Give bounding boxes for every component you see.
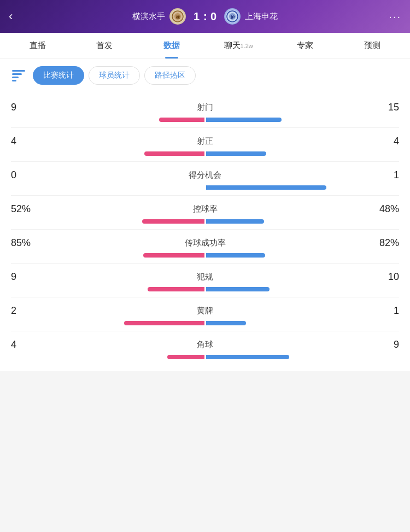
bar-right-wrap-3 [206,219,400,224]
match-info: 横滨水手 横 1：0 沪 上海申花 [26,8,384,25]
stat-row: 4 角球 9 [11,331,399,365]
stat-left-val-7: 4 [11,339,38,350]
tab-chat[interactable]: 聊天 1.2w [205,33,272,59]
filter-match-stats[interactable]: 比赛统计 [33,66,84,85]
tab-live[interactable]: 直播 [4,33,71,59]
bar-left-4 [143,253,204,258]
stat-header-6: 2 黄牌 1 [11,305,399,317]
home-team-logo: 横 [169,8,186,25]
stat-left-val-3: 52% [11,203,38,215]
stat-label-4: 传球成功率 [185,238,226,248]
chat-count: 1.2w [241,43,253,49]
more-button[interactable]: ··· [384,10,401,23]
tab-stats[interactable]: 数据 [138,33,205,59]
stat-right-val-1: 4 [372,136,399,147]
bar-left-wrap-0 [11,118,204,122]
bar-left-wrap-2 [11,185,204,190]
stat-right-val-4: 82% [372,237,399,249]
away-team-name: 上海申花 [245,11,278,22]
stat-bars-4 [11,253,399,258]
tab-predict[interactable]: 预测 [339,33,406,59]
away-team-logo: 沪 [224,8,241,25]
stat-row: 9 犯规 10 [11,264,399,297]
stat-label-2: 得分机会 [189,170,221,180]
svg-text:横: 横 [175,15,180,20]
bar-left-7 [167,355,204,359]
stat-row: 0 得分机会 1 [11,162,399,196]
bar-left-6 [124,321,204,325]
stat-left-val-6: 2 [11,305,38,317]
stat-header-0: 9 射门 15 [11,102,399,113]
back-button[interactable]: ‹ [9,9,26,24]
stat-bars-3 [11,219,399,224]
bar-left-1 [144,151,204,156]
stat-header-1: 4 射正 4 [11,136,399,147]
stat-header-2: 0 得分机会 1 [11,169,399,181]
filter-icon-btn[interactable] [9,66,28,85]
svg-rect-8 [12,77,19,78]
stat-label-3: 控球率 [193,204,218,214]
stat-bars-1 [11,151,399,156]
stat-left-val-1: 4 [11,136,38,147]
bar-left-wrap-5 [11,287,204,291]
bar-right-2 [206,185,326,190]
bar-right-3 [206,219,264,224]
stat-bars-2 [11,185,399,190]
bar-left-wrap-4 [11,253,204,258]
bar-right-wrap-2 [206,185,400,190]
tab-lineup[interactable]: 首发 [71,33,138,59]
stat-header-4: 85% 传球成功率 82% [11,237,399,249]
bar-left-3 [142,219,204,224]
stat-bars-5 [11,287,399,291]
svg-rect-9 [12,80,16,81]
stat-left-val-4: 85% [11,237,38,249]
bar-right-wrap-4 [206,253,400,258]
stat-label-7: 角球 [197,340,213,350]
bar-right-wrap-1 [206,151,400,156]
home-team-name: 横滨水手 [132,11,165,22]
bar-right-6 [206,321,246,325]
stat-right-val-3: 48% [372,203,399,215]
bar-right-wrap-7 [206,355,400,359]
stat-row: 2 黄牌 1 [11,297,399,331]
stat-label-1: 射正 [197,136,213,147]
content-area: 比赛统计 球员统计 路径热区 9 射门 15 4 射正 4 [0,59,410,371]
bar-right-0 [206,118,282,122]
stat-right-val-0: 15 [372,102,399,113]
filter-tabs: 比赛统计 球员统计 路径热区 [9,66,401,85]
filter-player-stats[interactable]: 球员统计 [89,66,140,85]
bar-left-wrap-3 [11,219,204,224]
match-score: 1：0 [190,9,220,24]
bar-right-5 [206,287,270,291]
stat-header-5: 9 犯规 10 [11,271,399,283]
stat-left-val-0: 9 [11,102,38,113]
stat-label-0: 射门 [197,102,213,113]
stat-right-val-5: 10 [372,271,399,283]
bar-left-wrap-6 [11,321,204,325]
svg-rect-6 [12,70,25,72]
svg-rect-7 [12,73,22,75]
bar-right-wrap-0 [206,118,400,122]
bar-right-7 [206,355,289,359]
stat-right-val-6: 1 [372,305,399,317]
stat-left-val-2: 0 [11,169,38,181]
stat-left-val-5: 9 [11,271,38,283]
stat-right-val-7: 9 [372,339,399,350]
bar-right-1 [206,151,266,156]
chat-label: 聊天 [224,40,241,51]
stat-bars-0 [11,118,399,122]
bar-left-wrap-1 [11,151,204,156]
svg-text:沪: 沪 [231,15,235,19]
stat-bars-6 [11,321,399,325]
stats-container: 9 射门 15 4 射正 4 0 得分机 [9,94,401,365]
filter-heatmap[interactable]: 路径热区 [144,66,196,85]
stat-row: 4 射正 4 [11,128,399,162]
nav-tabs: 直播 首发 数据 聊天 1.2w 专家 预测 [0,33,410,59]
stat-bars-7 [11,355,399,359]
stat-right-val-2: 1 [372,169,399,181]
stat-row: 85% 传球成功率 82% [11,230,399,264]
tab-expert[interactable]: 专家 [272,33,338,59]
stat-header-3: 52% 控球率 48% [11,203,399,215]
bar-right-4 [206,253,265,258]
stat-header-7: 4 角球 9 [11,339,399,350]
